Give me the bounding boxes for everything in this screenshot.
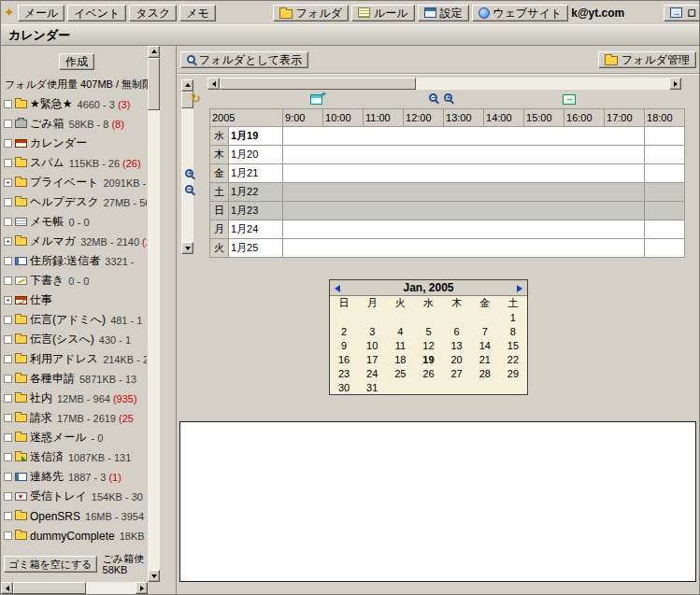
folder-item[interactable]: 利用アドレス214KB - 2 (3, 349, 147, 369)
tree-toggle-icon[interactable]: + (4, 237, 12, 246)
calendar-date-cell[interactable]: 18 (386, 352, 414, 366)
tree-toggle-icon[interactable] (4, 453, 12, 461)
scroll-right-button[interactable] (136, 582, 148, 594)
scrollbar-thumb[interactable] (148, 58, 160, 110)
tree-toggle-icon[interactable] (4, 139, 12, 148)
tree-toggle-icon[interactable] (4, 473, 12, 481)
folder-item[interactable]: スパム115KB - 26(26) (3, 153, 147, 173)
calendar-date-cell[interactable]: 15 (499, 338, 527, 352)
tree-toggle-icon[interactable] (4, 492, 12, 501)
calendar-date-cell[interactable]: 23 (330, 366, 358, 380)
tree-toggle-icon[interactable] (4, 276, 12, 285)
folder-item[interactable]: OpenSRS16MB - 3954 (3, 506, 147, 526)
time-slot-cell[interactable] (283, 127, 645, 146)
calendar-date-cell[interactable]: 17 (358, 352, 386, 366)
calendar-date-cell[interactable]: 22 (499, 352, 527, 366)
calendar-date-cell[interactable]: 16 (330, 352, 358, 366)
calendar-date-cell[interactable]: 24 (358, 366, 386, 380)
calendar-date-cell[interactable]: 19 (414, 352, 442, 366)
refresh-icon[interactable] (191, 92, 204, 106)
folder-button[interactable]: フォルダ (273, 5, 349, 21)
logout-button[interactable]: ログアウト (664, 5, 700, 21)
rules-button[interactable]: ルール (351, 5, 415, 21)
scrollbar-thumb[interactable] (220, 78, 416, 90)
scroll-up-button[interactable] (148, 46, 160, 58)
folder-item[interactable]: 各種申請5871KB - 13 (3, 369, 147, 389)
tree-toggle-icon[interactable] (4, 159, 12, 167)
calendar-date-cell[interactable]: 14 (471, 338, 499, 352)
folder-item[interactable]: メモ帳0 - 0 (3, 212, 147, 232)
nav-mail-button[interactable]: メール (18, 5, 65, 21)
folder-item[interactable]: +仕事 (3, 290, 147, 310)
date-cell[interactable]: 1月21 (229, 164, 283, 183)
scroll-left-button[interactable] (1, 582, 13, 594)
tree-toggle-icon[interactable] (4, 394, 12, 403)
tree-toggle-icon[interactable] (4, 414, 12, 422)
settings-button[interactable]: 設定 (418, 5, 469, 21)
folder-item[interactable]: 伝言(アドミへ)481 - 1 (3, 310, 147, 330)
folder-item[interactable]: ヘルプデスク27MB - 564 (3, 192, 147, 212)
scroll-right-button[interactable] (669, 78, 681, 90)
prev-month-button[interactable] (330, 281, 347, 295)
folder-item[interactable]: ごみ箱58KB - 8(8) (3, 114, 147, 134)
tree-toggle-icon[interactable] (4, 100, 12, 108)
empty-trash-button[interactable]: ゴミ箱を空にする (4, 556, 97, 573)
tree-toggle-icon[interactable] (4, 512, 12, 520)
time-slot-cell[interactable] (645, 202, 685, 220)
calendar-date-cell[interactable]: 7 (471, 324, 499, 338)
folder-item[interactable]: 請求17MB - 2619(25 (3, 408, 147, 428)
folder-item[interactable]: 伝言(シスへ)430 - 1 (3, 330, 147, 349)
folder-item[interactable]: 受信トレイ154KB - 30 (3, 487, 147, 506)
view-as-folder-button[interactable]: フォルダとして表示 (180, 51, 308, 68)
calendar-date-cell[interactable]: 31 (358, 380, 386, 394)
folder-item[interactable]: 社内12MB - 964(935) (3, 389, 147, 408)
tree-toggle-icon[interactable] (4, 198, 12, 206)
next-month-button[interactable] (510, 281, 527, 295)
calendar-date-cell[interactable]: 25 (386, 366, 414, 380)
calendar-date-cell[interactable]: 28 (471, 366, 499, 380)
tree-toggle-icon[interactable] (4, 218, 12, 226)
zoom-out-day-icon[interactable] (185, 185, 193, 193)
tree-toggle-icon[interactable]: + (4, 296, 12, 305)
folder-item[interactable]: 連絡先1887 - 3(1) (3, 467, 147, 487)
create-button[interactable]: 作成 (59, 53, 94, 70)
folder-item[interactable]: +メルマガ32MB - 2140(2 (3, 232, 147, 251)
date-cell[interactable]: 1月25 (229, 239, 283, 258)
calendar-date-cell[interactable]: 2 (330, 324, 358, 338)
calendar-date-cell[interactable]: 21 (471, 352, 499, 366)
new-window-icon[interactable] (310, 94, 322, 105)
zoom-out-icon[interactable] (429, 93, 437, 102)
time-slot-cell[interactable] (283, 146, 645, 164)
nav-task-button[interactable]: タスク (129, 5, 177, 21)
folder-manage-button[interactable]: フォルダ管理 (598, 51, 696, 68)
date-cell[interactable]: 1月22 (229, 183, 283, 202)
folder-item[interactable]: カレンダー (3, 134, 147, 153)
time-slot-cell[interactable] (283, 183, 645, 202)
calendar-date-cell[interactable]: 30 (330, 380, 358, 394)
folder-item[interactable]: 下書き0 - 0 (3, 271, 147, 290)
calendar-date-cell[interactable]: 6 (443, 324, 471, 338)
week-vertical-scrollbar[interactable] (181, 79, 193, 254)
date-cell[interactable]: 1月19 (229, 127, 283, 146)
time-slot-cell[interactable] (645, 239, 685, 258)
calendar-date-cell[interactable]: 13 (443, 338, 471, 352)
calendar-date-cell[interactable]: 26 (414, 366, 442, 380)
calendar-date-cell[interactable]: 11 (386, 338, 414, 352)
scroll-down-button[interactable] (181, 242, 193, 254)
folder-item[interactable]: 迷惑メール- 0 (3, 428, 147, 447)
folder-item[interactable]: 住所録:送信者3321 - (3, 251, 147, 271)
time-slot-cell[interactable] (283, 164, 645, 183)
tree-toggle-icon[interactable] (4, 316, 12, 324)
tree-toggle-icon[interactable] (4, 355, 12, 363)
calendar-date-cell[interactable]: 5 (414, 324, 442, 338)
tree-toggle-icon[interactable] (4, 531, 12, 540)
folder-item[interactable]: ★緊急★4660 - 3(3) (3, 94, 147, 114)
time-slot-cell[interactable] (283, 220, 645, 239)
calendar-date-cell[interactable]: 27 (443, 366, 471, 380)
tree-toggle-icon[interactable] (4, 335, 12, 344)
calendar-date-cell[interactable]: 3 (358, 324, 386, 338)
sidebar-horizontal-scrollbar[interactable] (1, 582, 148, 594)
folder-item[interactable]: 送信済1087KB - 131 (3, 447, 147, 467)
tree-toggle-icon[interactable] (4, 120, 12, 128)
calendar-date-cell[interactable]: 1 (499, 310, 527, 324)
